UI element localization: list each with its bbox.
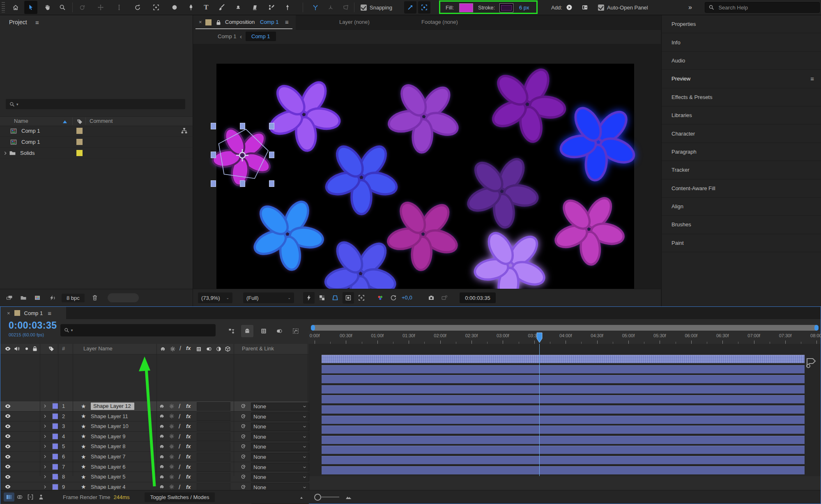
rotation-tool-icon[interactable] xyxy=(131,1,144,14)
composition-canvas[interactable] xyxy=(216,64,634,297)
switch-cells[interactable] xyxy=(197,412,230,421)
effects-fx-switch-icon[interactable]: fx xyxy=(186,472,191,481)
switch-cells[interactable] xyxy=(197,422,230,431)
number-column-label[interactable]: # xyxy=(62,345,65,352)
sidebar-item-properties[interactable]: Properties xyxy=(662,15,821,33)
shy-switch-icon[interactable] xyxy=(159,462,165,472)
switch-cells[interactable] xyxy=(197,463,230,472)
layer-visibility-eye-icon[interactable] xyxy=(5,472,11,481)
navigator-start-handle[interactable] xyxy=(311,325,315,331)
flower-shape-8[interactable] xyxy=(251,197,324,271)
parent-pickwhip-icon[interactable] xyxy=(240,412,246,421)
collapse-transformations-icon[interactable] xyxy=(169,472,175,481)
toolbar-grip[interactable] xyxy=(2,2,5,13)
transparency-grid-icon[interactable] xyxy=(316,292,328,304)
fx-column-icon[interactable]: fx xyxy=(186,345,191,351)
tab-composition-comp-name[interactable]: Comp 1 xyxy=(260,19,279,25)
parent-pickwhip-icon[interactable] xyxy=(240,432,246,441)
shy-switch-icon[interactable] xyxy=(159,452,165,461)
parent-link-dropdown[interactable]: None xyxy=(251,433,309,441)
shy-switch-icon[interactable] xyxy=(159,412,165,421)
project-item-comp-1[interactable]: Comp 1 xyxy=(0,136,193,148)
expand-layer-chevron-icon[interactable] xyxy=(42,442,48,451)
switch-cells[interactable] xyxy=(197,402,230,411)
quality-switch-icon[interactable]: / xyxy=(179,401,180,411)
snapshot-camera-icon[interactable] xyxy=(425,292,437,304)
column-comment[interactable]: Comment xyxy=(90,118,113,124)
zoom-in-mountain-icon[interactable] xyxy=(343,492,354,502)
motion-blur-column-icon[interactable] xyxy=(206,345,212,352)
parent-link-dropdown[interactable]: None xyxy=(251,473,309,481)
label-color-swatch[interactable] xyxy=(76,150,83,156)
sidebar-item-character[interactable]: Character xyxy=(662,124,821,143)
snap-options-button[interactable] xyxy=(418,1,430,14)
close-tab-icon[interactable]: × xyxy=(199,19,202,25)
world-axis-mode-icon[interactable] xyxy=(324,1,337,14)
expand-layer-chevron-icon[interactable] xyxy=(42,432,48,441)
layer-duration-bar[interactable] xyxy=(322,426,805,434)
project-item-comp-1[interactable]: Comp 1 xyxy=(0,125,193,137)
new-folder-icon[interactable] xyxy=(18,293,29,302)
tab-composition-label[interactable]: Composition xyxy=(225,19,255,25)
tab-composition[interactable]: × Composition Comp 1 ≡ xyxy=(193,15,296,30)
flower-shape-4[interactable] xyxy=(559,103,638,182)
layer-label-swatch[interactable] xyxy=(52,401,58,411)
layer-row-shape-layer-9[interactable]: 4 ★ Shape Layer 9 / fx None xyxy=(0,432,308,442)
playhead-handle[interactable] xyxy=(536,332,543,343)
audio-column-icon[interactable] xyxy=(14,345,20,352)
timeline-panel-menu-icon[interactable]: ≡ xyxy=(48,310,51,317)
quality-switch-icon[interactable]: / xyxy=(179,472,180,481)
effects-fx-switch-icon[interactable]: fx xyxy=(186,432,191,441)
quality-column-icon[interactable]: / xyxy=(179,345,181,352)
zoom-slider-track[interactable] xyxy=(321,497,339,497)
quality-switch-icon[interactable]: / xyxy=(179,421,180,431)
sidebar-item-info[interactable]: Info xyxy=(662,33,821,51)
quality-switch-icon[interactable]: / xyxy=(179,432,180,441)
collapse-transformations-icon[interactable] xyxy=(169,442,175,451)
fill-swatch[interactable] xyxy=(459,3,473,12)
expand-layer-chevron-icon[interactable] xyxy=(42,401,48,411)
pen-tool-icon[interactable] xyxy=(184,1,198,14)
parent-pickwhip-icon[interactable] xyxy=(240,472,246,481)
show-snapshot-icon[interactable] xyxy=(439,292,450,304)
flower-shape-3[interactable] xyxy=(488,65,566,143)
project-depth-button[interactable]: 8 bpc xyxy=(62,294,85,302)
viewer-panel-menu-icon[interactable]: ≡ xyxy=(285,18,289,25)
sidebar-item-audio[interactable]: Audio xyxy=(662,52,821,70)
expand-layer-switches-icon[interactable] xyxy=(4,492,14,502)
toolbar-overflow-button[interactable]: » xyxy=(688,0,692,15)
selection-handle[interactable] xyxy=(211,152,216,158)
channels-icon[interactable] xyxy=(375,292,386,304)
layer-row-shape-layer-10[interactable]: 3 ★ Shape Layer 10 / fx None xyxy=(0,421,308,432)
effects-fx-switch-icon[interactable]: fx xyxy=(186,462,191,472)
color-depth-icon[interactable] xyxy=(47,293,57,302)
layer-name[interactable]: Shape Layer 6 xyxy=(91,462,126,472)
collapse-transformations-icon[interactable] xyxy=(169,432,175,441)
zoom-slider-knob[interactable] xyxy=(314,494,321,501)
parent-pickwhip-icon[interactable] xyxy=(240,421,246,431)
auto-open-panel-toggle[interactable]: Auto-Open Panel xyxy=(598,0,648,15)
timeline-tab-comp1[interactable]: × Comp 1 ≡ xyxy=(0,307,66,319)
parent-link-dropdown[interactable]: None xyxy=(251,403,309,411)
layer-label-swatch[interactable] xyxy=(52,442,58,451)
breadcrumb-previous-comp[interactable]: Comp 1 xyxy=(218,33,237,39)
layer-duration-bar[interactable] xyxy=(322,436,805,444)
flower-shape-10[interactable] xyxy=(552,193,626,266)
clone-stamp-tool-icon[interactable] xyxy=(232,1,245,14)
project-search-input[interactable] xyxy=(18,101,185,108)
layer-visibility-eye-icon[interactable] xyxy=(5,421,11,431)
auto-open-checkbox[interactable] xyxy=(598,5,604,11)
resolution-dropdown[interactable]: (Full)⌄ xyxy=(243,292,294,303)
layer-duration-bar[interactable] xyxy=(322,446,805,454)
timeline-search-input[interactable] xyxy=(73,327,216,334)
layer-visibility-eye-icon[interactable] xyxy=(5,462,11,472)
breadcrumb-current-comp[interactable]: Comp 1 xyxy=(246,32,276,41)
snapping-toggle[interactable]: Snapping xyxy=(361,0,392,15)
sidebar-item-brushes[interactable]: Brushes xyxy=(662,216,821,234)
layer-duration-bar[interactable] xyxy=(322,365,805,373)
parent-link-dropdown[interactable]: None xyxy=(251,463,309,471)
workspace-panel-icon[interactable] xyxy=(582,0,588,15)
label-column-icon[interactable] xyxy=(76,118,83,125)
effects-fx-switch-icon[interactable]: fx xyxy=(186,452,191,461)
project-filter-pill[interactable] xyxy=(108,293,139,302)
